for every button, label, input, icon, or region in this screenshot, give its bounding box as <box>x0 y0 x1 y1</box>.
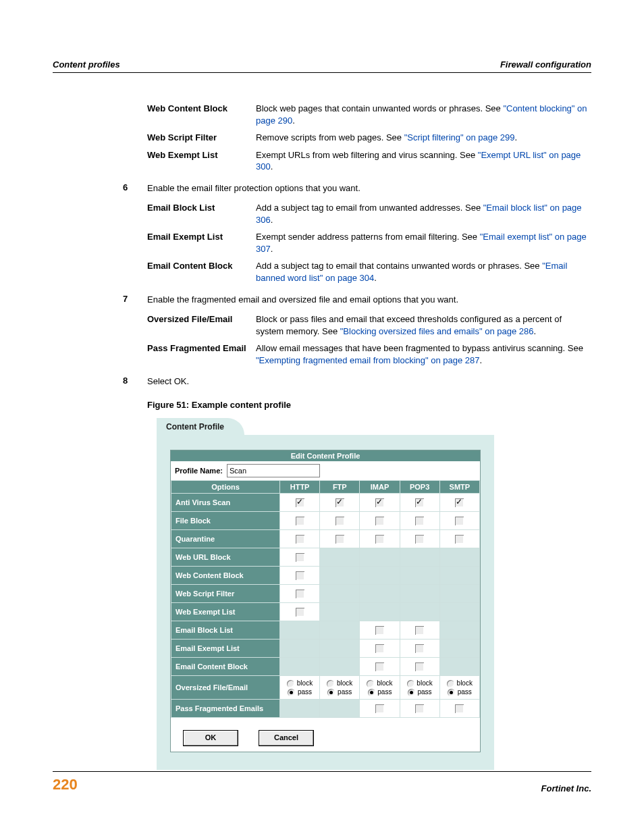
checkbox[interactable] <box>375 626 384 635</box>
checkbox[interactable] <box>415 517 424 525</box>
grid-blank-cell <box>400 566 439 584</box>
radio-pass[interactable] <box>448 689 455 696</box>
checkbox[interactable] <box>336 498 344 507</box>
definition-label: Web Content Block <box>147 100 256 129</box>
grid-row-label: Web Content Block <box>171 566 280 584</box>
definition-text: Block or pass files and email that excee… <box>256 311 591 340</box>
panel-titlebar: Edit Content Profile <box>171 450 480 461</box>
grid-checkbox-cell <box>360 529 400 548</box>
grid-checkbox-cell <box>360 621 400 639</box>
cross-reference-link[interactable]: "Exempting fragmented email from blockin… <box>256 355 480 365</box>
grid-blank-cell <box>280 621 320 639</box>
cross-reference-link[interactable]: "Email block list" on page 306 <box>256 203 582 225</box>
grid-checkbox-cell <box>280 602 320 621</box>
grid-blank-cell <box>439 621 479 639</box>
cross-reference-link[interactable]: "Email exempt list" on page 307 <box>256 232 587 254</box>
radio-label: block <box>455 679 473 687</box>
checkbox[interactable] <box>296 608 304 617</box>
checkbox[interactable] <box>455 498 464 507</box>
grid-blank-cell <box>320 566 360 584</box>
definition-label: Pass Fragmented Email <box>147 340 256 369</box>
grid-checkbox-cell <box>439 699 479 717</box>
definition-label: Oversized File/Email <box>147 311 256 340</box>
checkbox[interactable] <box>415 662 424 671</box>
checkbox[interactable] <box>415 644 424 653</box>
radio-label: block <box>295 679 313 687</box>
checkbox[interactable] <box>375 498 384 507</box>
radio-block[interactable] <box>287 680 294 687</box>
definition-text: Add a subject tag to email that contains… <box>256 257 591 286</box>
radio-pass[interactable] <box>327 689 335 696</box>
checkbox[interactable] <box>455 517 464 525</box>
step-number: 7 <box>123 294 147 306</box>
checkbox[interactable] <box>296 498 304 507</box>
footer-company: Fortinet Inc. <box>541 783 591 793</box>
tab-content-profile[interactable]: Content Profile <box>157 418 244 436</box>
grid-row-label: Email Exempt List <box>171 639 280 657</box>
grid-blank-cell <box>439 566 479 584</box>
definition-text: Exempt sender address patterns from emai… <box>256 228 591 257</box>
cancel-button[interactable]: Cancel <box>259 730 314 746</box>
checkbox[interactable] <box>336 535 344 544</box>
checkbox[interactable] <box>415 535 424 544</box>
checkbox[interactable] <box>375 644 384 653</box>
definition-text: Block web pages that contain unwanted wo… <box>256 100 591 129</box>
grid-checkbox-cell <box>400 493 439 511</box>
checkbox[interactable] <box>375 704 384 713</box>
radio-block[interactable] <box>447 680 454 687</box>
profile-name-label: Profile Name: <box>175 467 223 475</box>
grid-blank-cell <box>280 657 320 675</box>
grid-radio-cell: block pass <box>280 675 320 699</box>
checkbox[interactable] <box>375 662 384 671</box>
checkbox[interactable] <box>415 626 424 635</box>
grid-checkbox-cell <box>439 511 479 529</box>
grid-blank-cell <box>360 602 400 621</box>
grid-column-header: POP3 <box>400 480 439 493</box>
checkbox[interactable] <box>455 535 464 544</box>
grid-blank-cell <box>320 639 360 657</box>
checkbox[interactable] <box>296 553 304 562</box>
grid-row-label: Email Content Block <box>171 657 280 675</box>
radio-label: pass <box>456 688 472 696</box>
checkbox[interactable] <box>296 535 304 544</box>
checkbox[interactable] <box>296 517 304 525</box>
radio-block[interactable] <box>367 680 374 687</box>
checkbox[interactable] <box>375 535 384 544</box>
grid-checkbox-cell <box>280 566 320 584</box>
figure-caption: Figure 51: Example content profile <box>147 400 591 410</box>
grid-blank-cell <box>280 699 320 717</box>
radio-block[interactable] <box>327 680 334 687</box>
header-right: Firewall configuration <box>500 59 591 70</box>
checkbox[interactable] <box>415 498 424 507</box>
cross-reference-link[interactable]: "Blocking oversized files and emails" on… <box>340 326 534 336</box>
grid-checkbox-cell <box>400 529 439 548</box>
checkbox[interactable] <box>375 517 384 525</box>
grid-blank-cell <box>439 657 479 675</box>
ok-button[interactable]: OK <box>183 730 238 746</box>
radio-block[interactable] <box>407 680 414 687</box>
grid-checkbox-cell <box>360 657 400 675</box>
checkbox[interactable] <box>415 704 424 713</box>
radio-pass[interactable] <box>368 689 375 696</box>
radio-pass[interactable] <box>408 689 415 696</box>
grid-radio-cell: block pass <box>320 675 360 699</box>
grid-row-label: Anti Virus Scan <box>171 493 280 511</box>
checkbox[interactable] <box>296 590 304 598</box>
profile-name-input[interactable] <box>227 464 320 477</box>
grid-blank-cell <box>320 699 360 717</box>
header-left: Content profiles <box>53 59 120 70</box>
grid-blank-cell <box>439 548 479 566</box>
grid-blank-cell <box>320 602 360 621</box>
cross-reference-link[interactable]: "Exempt URL list" on page 300 <box>256 150 581 172</box>
checkbox[interactable] <box>455 704 464 713</box>
cross-reference-link[interactable]: "Content blocking" on page 290 <box>256 103 587 126</box>
cross-reference-link[interactable]: "Script filtering" on page 299 <box>404 132 515 142</box>
grid-checkbox-cell <box>400 621 439 639</box>
grid-checkbox-cell <box>280 493 320 511</box>
grid-row-label: Email Block List <box>171 621 280 639</box>
example-content-profile-screenshot: Content Profile Edit Content Profile Pro… <box>157 418 591 770</box>
checkbox[interactable] <box>296 571 304 580</box>
radio-pass[interactable] <box>288 689 295 696</box>
checkbox[interactable] <box>336 517 344 525</box>
cross-reference-link[interactable]: "Email banned word list" on page 304 <box>256 261 567 283</box>
